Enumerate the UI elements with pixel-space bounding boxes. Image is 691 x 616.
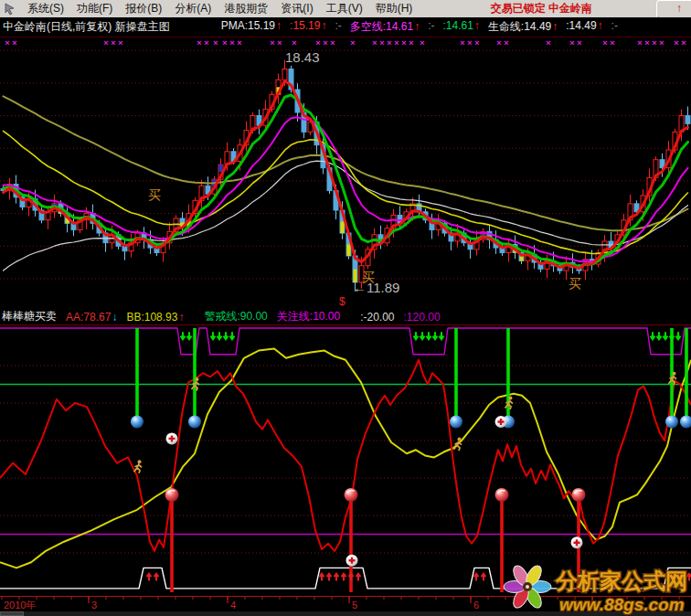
svg-text:×: × xyxy=(394,38,399,48)
blue-ball-signal xyxy=(188,416,201,429)
menu-item-news[interactable]: 资讯(I) xyxy=(274,1,319,16)
AA-red xyxy=(0,360,691,551)
svg-text:×: × xyxy=(379,38,384,48)
time-axis-row: 2010年3456 xyxy=(0,596,691,611)
ma-value: :- xyxy=(335,19,341,35)
chart-title: 中金岭南(日线,前复权) 新操盘主图 xyxy=(3,19,170,35)
svg-text:×: × xyxy=(315,38,320,48)
warning-line-value: 警戒线:90.00 xyxy=(204,309,267,324)
trend-up-icon: ↑ xyxy=(552,20,558,33)
svg-text:×: × xyxy=(652,38,656,48)
svg-text:×: × xyxy=(496,38,501,48)
svg-text:×: × xyxy=(674,38,678,48)
time-axis: 2010年3456 xyxy=(0,597,691,611)
svg-text:×: × xyxy=(350,38,355,48)
BB-yellow xyxy=(0,349,691,568)
axis-month-label: 4 xyxy=(230,600,236,611)
indicator-series xyxy=(0,328,691,589)
ma-value-readouts: PMA:15.19↑ :15.19↑ :- 多空线:14.61↑ :- :14.… xyxy=(221,19,618,35)
axis-labels: 2010年3456 xyxy=(4,600,479,611)
annotation: ←11.89 xyxy=(353,280,399,295)
trend-up-icon: ↑ xyxy=(276,19,282,32)
menu-item-help[interactable]: 帮助(H) xyxy=(369,1,420,16)
svg-text:×: × xyxy=(292,38,296,48)
svg-text:×: × xyxy=(237,38,241,48)
svg-text:×: × xyxy=(222,38,227,48)
svg-text:×: × xyxy=(569,38,574,48)
svg-text:×: × xyxy=(467,38,472,48)
svg-text:×: × xyxy=(197,38,201,48)
chart-title-bar: 中金岭南(日线,前复权) 新操盘主图 PMA:15.19↑ :15.19↑ :-… xyxy=(0,17,691,37)
value-text: :- xyxy=(611,19,618,32)
annotation: 买 xyxy=(148,187,161,202)
trend-up-icon: ↑ xyxy=(321,19,326,32)
svg-text:×: × xyxy=(372,38,377,48)
svg-text:×: × xyxy=(610,38,614,48)
runner-icon xyxy=(134,460,143,473)
corner-button[interactable]: ↑ xyxy=(656,0,691,18)
sell-x-marks: ××××××××××××××××××××××××××××××××××××××××… xyxy=(5,38,686,48)
trend-up-icon: ↑ xyxy=(178,311,184,324)
trend-down-icon: ↓ xyxy=(112,311,117,324)
blue-ball-signal xyxy=(665,416,678,429)
ma-value: :- xyxy=(428,19,434,35)
svg-text:×: × xyxy=(420,38,424,48)
value-text: 多空线:14.61 xyxy=(350,20,413,33)
svg-text:×: × xyxy=(460,38,464,48)
axis-month-label: 5 xyxy=(352,600,357,611)
svg-text:×: × xyxy=(387,38,391,48)
value-text: :14.61 xyxy=(442,19,473,32)
menu-item-tools[interactable]: 工具(V) xyxy=(320,1,369,16)
bottom-band xyxy=(0,568,691,589)
indicator-value-bb: BB:108.93↑ xyxy=(126,311,184,324)
pane-resize-handle[interactable] xyxy=(0,611,24,616)
signal-arrows xyxy=(147,332,691,580)
axis-month-label: 3 xyxy=(91,600,97,611)
ma-value: PMA:15.19↑ xyxy=(221,19,282,35)
ma-value: 多空线:14.61↑ xyxy=(350,19,420,35)
upper-bound-value: :120.00 xyxy=(404,311,441,324)
indicator-value-aa: AA:78.67↓ xyxy=(66,311,117,324)
svg-text:×: × xyxy=(213,38,218,48)
menu-item-hk-futures[interactable]: 港股期货 xyxy=(218,1,274,16)
app-cursor-icon xyxy=(4,3,16,16)
svg-text:×: × xyxy=(111,38,115,48)
menu-item-quotes[interactable]: 报价(B) xyxy=(119,1,168,16)
svg-text:×: × xyxy=(474,38,479,48)
main-candlestick-chart[interactable]: ××××××××××××××××××××××××××××××××××××××××… xyxy=(0,37,691,309)
runner-icon xyxy=(454,438,462,451)
annotation: $ xyxy=(339,295,346,308)
svg-text:×: × xyxy=(637,38,642,48)
indicator-pane-header: 棒棒糖买卖 AA:78.67↓ BB:108.93↑ 警戒线:90.00 关注线… xyxy=(0,309,691,325)
svg-text:×: × xyxy=(229,38,234,48)
annotation: 买 xyxy=(569,276,581,291)
value-text: :- xyxy=(335,19,341,32)
ma-value: :14.49↑ xyxy=(566,19,602,35)
svg-text:×: × xyxy=(409,38,413,48)
ma-value: :14.61↑ xyxy=(442,19,479,35)
signal-balls xyxy=(131,416,691,567)
svg-text:×: × xyxy=(12,38,16,48)
chart-annotations: 18.43←11.89买买买$ xyxy=(148,49,581,308)
blue-ball-signal xyxy=(680,416,691,429)
top-band xyxy=(0,328,691,355)
lollipop-indicator-chart[interactable] xyxy=(0,324,691,596)
svg-text:×: × xyxy=(546,38,550,48)
menu-item-system[interactable]: 系统(S) xyxy=(21,1,70,16)
bottom-strip xyxy=(0,611,691,616)
value-text: PMA:15.19 xyxy=(221,19,275,32)
menu-item-function[interactable]: 功能(F) xyxy=(70,1,119,16)
trade-lock-status: 交易已锁定 中金岭南 xyxy=(491,1,592,16)
ma-value: 生命线:14.49↑ xyxy=(488,19,558,35)
value-text: :- xyxy=(428,19,434,32)
axis-month-label: 6 xyxy=(473,600,479,611)
svg-text:×: × xyxy=(330,38,335,48)
menu-bar: 系统(S) 功能(F) 报价(B) 分析(A) 港股期货 资讯(I) 工具(V)… xyxy=(0,0,691,18)
svg-text:×: × xyxy=(644,38,649,48)
svg-text:×: × xyxy=(277,38,282,48)
blue-ball-signal xyxy=(131,416,144,429)
lower-bound-value: :-20.00 xyxy=(360,311,394,324)
threshold-lines xyxy=(0,385,691,535)
menu-item-analysis[interactable]: 分析(A) xyxy=(168,1,218,16)
candles xyxy=(1,60,690,292)
